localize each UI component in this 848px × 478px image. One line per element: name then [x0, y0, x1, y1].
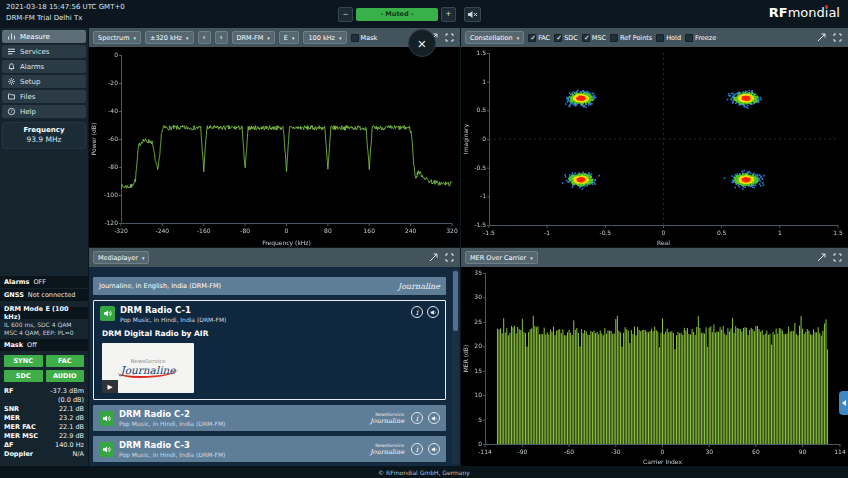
- popout-icon: [429, 253, 438, 262]
- constellation-view-select[interactable]: Constellation: [465, 31, 524, 44]
- service-audio-button[interactable]: [428, 443, 440, 455]
- span-next-button[interactable]: [215, 31, 228, 44]
- alarms-status-value: OFF: [34, 278, 47, 286]
- mute-slider[interactable]: - Muted -: [356, 8, 438, 21]
- service-row-c2[interactable]: DRM Radio C-2 Pop Music, in Hindi, India…: [93, 405, 446, 431]
- gnss-status-label: GNSS: [4, 291, 24, 299]
- mute-toggle-button[interactable]: [464, 7, 481, 22]
- constellation-checkbox-4[interactable]: Hold: [656, 34, 681, 42]
- bandwidth-select[interactable]: 100 kHz: [303, 31, 346, 44]
- sidebar: Measure Services Alarms Setup Files ? He…: [0, 28, 88, 466]
- mer-toolbar: MER Over Carrier: [461, 248, 848, 267]
- scrollbar-thumb[interactable]: [453, 271, 458, 331]
- speaker-icon: [102, 414, 111, 423]
- chevron-left-icon: [842, 400, 846, 406]
- metric-value: 22.1 dB: [59, 423, 84, 432]
- play-button[interactable]: [102, 380, 118, 393]
- constellation-checkbox-1[interactable]: SDC: [554, 34, 578, 42]
- muted-speaker-icon: [467, 10, 478, 19]
- checkbox-label: SDC: [564, 34, 578, 42]
- metric-mer-fac: MER FAC22.1 dB: [4, 423, 84, 432]
- mediaplayer-view-select[interactable]: Mediaplayer: [93, 251, 149, 264]
- journaline-slide: NewsService Journaline: [102, 343, 194, 393]
- frequency-value: 93.9 MHz: [3, 135, 85, 144]
- footer: © RFmondial GmbH, Germany: [0, 466, 848, 478]
- fullscreen-icon: [445, 253, 454, 262]
- service-audio-button[interactable]: [428, 412, 440, 424]
- span-prev-button[interactable]: [198, 31, 211, 44]
- status-block: Alarms OFF GNSS Not connected DRM Mode E…: [0, 276, 88, 459]
- mask-status-label: Mask: [4, 341, 23, 349]
- popout-icon: [817, 253, 826, 262]
- frequency-label: Frequency: [3, 126, 85, 134]
- select-value: Spectrum: [98, 34, 130, 42]
- constellation-checkbox-5[interactable]: Freeze: [685, 34, 716, 42]
- logo-mondial: mondial: [788, 5, 840, 20]
- popout-icon: [817, 33, 826, 42]
- metric-label: MER FAC: [4, 423, 36, 432]
- bell-icon: [7, 62, 16, 71]
- constellation-checkbox-3[interactable]: Ref Points: [610, 34, 652, 42]
- fullscreen-button[interactable]: [831, 31, 844, 44]
- journaline-service-row[interactable]: Journaline, in English, India (DRM-FM) J…: [93, 277, 446, 295]
- volume-down-button[interactable]: −: [338, 7, 353, 22]
- volume-up-button[interactable]: +: [441, 7, 456, 22]
- metric-value: (0.0 dB): [58, 396, 84, 405]
- metric-delta-f: ΔF140.0 Hz: [4, 441, 84, 450]
- sidebar-item-label: Measure: [20, 33, 50, 41]
- span-select[interactable]: ±320 kHz: [145, 31, 194, 44]
- metric-value: -37.3 dBm: [50, 387, 84, 396]
- sidebar-item-3[interactable]: Setup: [2, 75, 86, 88]
- topbar: 2021-03-18 15:47:56 UTC GMT+0 DRM-FM Tri…: [0, 0, 848, 28]
- metric-label: RF: [4, 387, 13, 396]
- service-card-c1[interactable]: DRM Radio C-1 Pop Music, in Hindi, India…: [93, 300, 446, 400]
- fullscreen-button[interactable]: [831, 251, 844, 264]
- spectrum-view-select[interactable]: Spectrum: [93, 31, 141, 44]
- metric-label: SNR: [4, 405, 19, 414]
- popout-button[interactable]: [815, 31, 828, 44]
- sidebar-item-4[interactable]: Files: [2, 90, 86, 103]
- service-text: DRM Radio C-1 Pop Music, in Hindi, India…: [120, 306, 226, 323]
- constellation-checkbox-0[interactable]: FAC: [528, 34, 550, 42]
- constellation-checkbox-2[interactable]: MSC: [582, 34, 606, 42]
- fullscreen-button[interactable]: [443, 251, 456, 264]
- metric-rf-offset: (0.0 dB): [4, 396, 84, 405]
- side-panel-handle[interactable]: [839, 391, 848, 415]
- close-button[interactable]: [408, 29, 436, 57]
- speaker-icon: [431, 415, 438, 422]
- service-audio-button[interactable]: [427, 306, 439, 318]
- volume-control: − - Muted - +: [338, 6, 481, 22]
- standard-select[interactable]: DRM-FM: [232, 31, 275, 44]
- app-root: 2021-03-18 15:47:56 UTC GMT+0 DRM-FM Tri…: [0, 0, 848, 478]
- drm-mode-title: DRM Mode E (100 kHz): [0, 307, 88, 319]
- fullscreen-button[interactable]: [443, 31, 456, 44]
- media-scrollbar[interactable]: [452, 269, 459, 464]
- mer-view-select[interactable]: MER Over Carrier: [465, 251, 538, 264]
- alarms-status-label: Alarms: [4, 278, 30, 286]
- checkbox-label: MSC: [592, 34, 606, 42]
- popout-button[interactable]: [815, 251, 828, 264]
- speaker-icon: [431, 446, 438, 453]
- spectrum-chart: [89, 47, 460, 247]
- robustness-select[interactable]: E: [279, 31, 300, 44]
- popout-button[interactable]: [427, 251, 440, 264]
- sidebar-item-5[interactable]: ? Help: [2, 105, 86, 118]
- metric-label: MER: [4, 414, 20, 423]
- metric-value: N/A: [73, 450, 85, 459]
- service-info-button[interactable]: [411, 306, 423, 318]
- sidebar-item-label: Services: [20, 48, 50, 56]
- drm-mode-text: DRM Mode E (100 kHz): [4, 305, 84, 321]
- mediaplayer-content: Journaline, in English, India (DRM-FM) J…: [89, 267, 460, 466]
- mask-checkbox[interactable]: Mask: [351, 34, 378, 42]
- help-icon: ?: [7, 107, 16, 116]
- mediaplayer-toolbar: Mediaplayer: [89, 248, 460, 267]
- sidebar-item-1[interactable]: Services: [2, 45, 86, 58]
- sdc-indicator: SDC: [4, 370, 43, 382]
- service-info-button[interactable]: [411, 412, 423, 424]
- sidebar-item-0[interactable]: Measure: [2, 30, 86, 43]
- copyright-text: © RFmondial GmbH, Germany: [378, 469, 470, 476]
- sidebar-item-2[interactable]: Alarms: [2, 60, 86, 73]
- service-row-c3[interactable]: DRM Radio C-3 Pop Music, in Hindi, India…: [93, 436, 446, 462]
- metric-label: Doppler: [4, 450, 33, 459]
- service-info-button[interactable]: [411, 443, 423, 455]
